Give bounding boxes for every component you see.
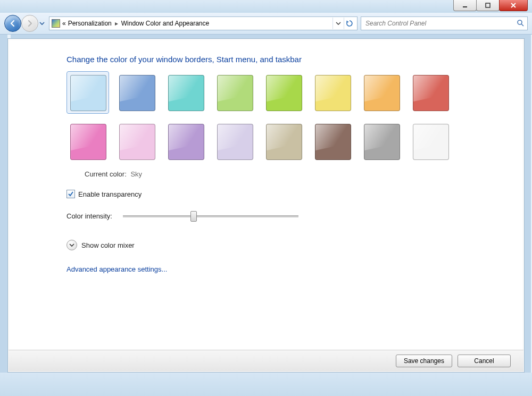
color-intensity-label: Color intensity: <box>66 212 112 220</box>
chevron-down-icon <box>69 242 74 248</box>
slider-thumb[interactable] <box>190 211 197 222</box>
show-color-mixer-toggle[interactable]: Show color mixer <box>66 240 492 250</box>
svg-rect-1 <box>486 3 490 7</box>
color-swatch[interactable] <box>164 71 207 114</box>
color-chip <box>119 124 155 160</box>
refresh-icon <box>346 20 353 27</box>
caption-buttons <box>454 0 528 11</box>
current-color: Current color: Sky <box>85 170 492 178</box>
svg-point-2 <box>518 20 522 24</box>
svg-line-3 <box>521 24 523 26</box>
expander-button[interactable] <box>66 240 77 250</box>
current-color-label: Current color: <box>85 170 127 178</box>
search-input[interactable] <box>364 19 513 28</box>
breadcrumb-ellipsis[interactable]: « <box>62 20 66 27</box>
color-swatch[interactable] <box>360 71 403 114</box>
color-swatch[interactable] <box>115 71 158 114</box>
color-chip <box>413 75 449 111</box>
breadcrumb-item-0[interactable]: Personalization <box>68 20 112 27</box>
color-chip <box>266 124 302 160</box>
search-box[interactable] <box>361 16 528 30</box>
color-chip <box>119 75 155 111</box>
color-swatch[interactable] <box>115 120 158 163</box>
color-swatch[interactable] <box>164 120 207 163</box>
content: Change the color of your window borders,… <box>66 55 492 273</box>
address-dropdown-button[interactable] <box>332 18 344 29</box>
nav-back-button[interactable] <box>4 15 21 32</box>
chevron-down-icon <box>39 21 45 26</box>
color-swatch[interactable] <box>213 71 256 114</box>
breadcrumb-item-1[interactable]: Window Color and Appearance <box>121 20 209 27</box>
color-chip <box>70 124 106 160</box>
control-panel-icon <box>52 19 60 28</box>
save-changes-button[interactable]: Save changes <box>396 355 452 367</box>
color-swatch[interactable] <box>409 120 452 163</box>
maximize-icon <box>485 2 491 9</box>
search-icon <box>517 19 524 28</box>
command-bar: Save changes Cancel <box>9 350 523 372</box>
page-title: Change the color of your window borders,… <box>66 55 492 64</box>
advanced-appearance-link[interactable]: Advanced appearance settings... <box>66 265 167 273</box>
color-chip <box>364 124 400 160</box>
color-intensity-row: Color intensity: <box>66 211 492 221</box>
breadcrumb-separator: ▸ <box>115 20 118 27</box>
enable-transparency-checkbox[interactable] <box>66 190 75 198</box>
color-swatch[interactable] <box>262 120 305 163</box>
color-chip <box>364 75 400 111</box>
client-area: Change the color of your window borders,… <box>7 38 525 373</box>
color-chip <box>168 124 204 160</box>
refresh-button[interactable] <box>344 18 355 29</box>
color-swatch[interactable] <box>262 71 305 114</box>
color-swatch[interactable] <box>66 71 109 114</box>
color-swatch[interactable] <box>409 71 452 114</box>
minimize-button[interactable] <box>453 0 477 11</box>
minimize-icon <box>462 2 468 9</box>
enable-transparency-row: Enable transparency <box>66 190 492 198</box>
svg-rect-0 <box>463 6 467 7</box>
close-icon <box>510 2 517 9</box>
window-bottom-frame <box>0 373 532 396</box>
close-button[interactable] <box>499 0 528 11</box>
color-chip <box>413 124 449 160</box>
maximize-button[interactable] <box>476 0 500 11</box>
enable-transparency-label: Enable transparency <box>78 190 142 198</box>
slider-track <box>123 215 298 217</box>
color-swatch-grid <box>66 71 492 163</box>
color-swatch[interactable] <box>311 120 354 163</box>
arrow-right-icon <box>26 20 34 27</box>
color-chip <box>70 75 106 111</box>
nav-forward-button[interactable] <box>21 15 38 32</box>
color-chip <box>217 75 253 111</box>
nav-arrows <box>4 15 46 32</box>
nav-history-button[interactable] <box>38 15 46 31</box>
current-color-value: Sky <box>130 170 142 178</box>
cancel-button[interactable]: Cancel <box>458 355 511 367</box>
color-swatch[interactable] <box>213 120 256 163</box>
color-intensity-slider[interactable] <box>123 211 298 221</box>
color-swatch[interactable] <box>66 120 109 163</box>
color-chip <box>168 75 204 111</box>
color-swatch[interactable] <box>311 71 354 114</box>
color-swatch[interactable] <box>360 120 403 163</box>
titlebar <box>0 0 532 13</box>
address-bar[interactable]: « Personalization ▸ Window Color and App… <box>49 16 358 30</box>
color-chip <box>266 75 302 111</box>
color-chip <box>217 124 253 160</box>
show-color-mixer-label: Show color mixer <box>81 241 135 249</box>
nav-row: « Personalization ▸ Window Color and App… <box>0 13 532 35</box>
chevron-down-icon <box>336 21 341 26</box>
color-chip <box>315 75 351 111</box>
arrow-left-icon <box>9 20 16 27</box>
color-chip <box>315 124 351 160</box>
check-icon <box>68 191 73 197</box>
